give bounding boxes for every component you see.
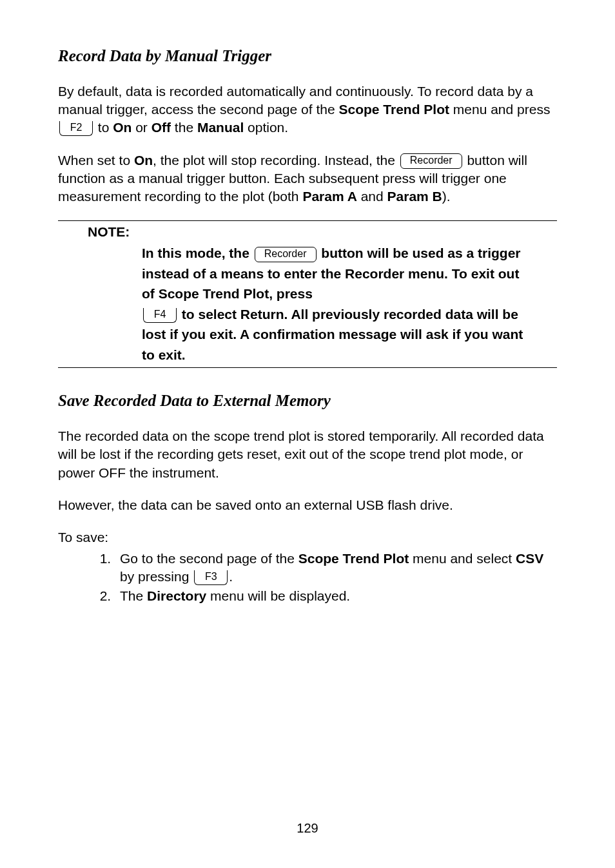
text: the [171,120,197,135]
text: ). [442,189,451,204]
text: menu and press [449,102,550,117]
bold-text: Off [151,120,171,135]
bold-text: Manual [197,120,244,135]
bold-text: Scope Trend Plot [338,102,449,117]
f4-key-icon: F4 [143,308,177,323]
note-body: In this mode, the Recorder button will b… [58,243,557,367]
f3-key-icon: F3 [194,570,228,585]
text: When set to [58,153,134,168]
paragraph: When set to On, the plot will stop recor… [58,151,557,206]
f2-key-icon: F2 [59,121,93,136]
bold-text: Param B [387,189,442,204]
horizontal-rule [58,367,557,368]
text: menu and select [409,551,516,566]
text: , the plot will stop recording. Instead,… [153,153,399,168]
text: by pressing [120,569,193,584]
text: or [132,120,151,135]
text: and [357,189,387,204]
text: to select Return. All previously recorde… [142,307,523,362]
text: option. [244,120,288,135]
section-heading: Record Data by Manual Trigger [58,45,557,67]
paragraph: The recorded data on the scope trend plo… [58,427,557,482]
recorder-key-icon: Recorder [400,153,462,169]
text: to [94,120,113,135]
text: . [229,569,233,584]
text: The [120,588,147,603]
list-item: The Directory menu will be displayed. [115,587,557,605]
page-number: 129 [0,820,615,837]
bold-text: On [113,120,132,135]
paragraph: However, the data can be saved onto an e… [58,496,557,514]
ordered-list: Go to the second page of the Scope Trend… [58,550,557,606]
paragraph: By default, data is recorded automatical… [58,82,557,137]
bold-text: Param A [302,189,356,204]
section-heading: Save Recorded Data to External Memory [58,390,557,412]
text: Go to the second page of the [120,551,298,566]
note-block: NOTE: In this mode, the Recorder button … [58,220,557,368]
paragraph: To save: [58,528,557,546]
recorder-key-icon: Recorder [255,247,317,262]
bold-text: Scope Trend Plot [298,551,409,566]
text: In this mode, the [142,246,253,260]
bold-text: Directory [147,588,206,603]
note-heading: NOTE: [58,221,557,243]
bold-text: On [134,153,153,168]
list-item: Go to the second page of the Scope Trend… [115,550,557,586]
text: menu will be displayed. [206,588,350,603]
bold-text: CSV [516,551,543,566]
